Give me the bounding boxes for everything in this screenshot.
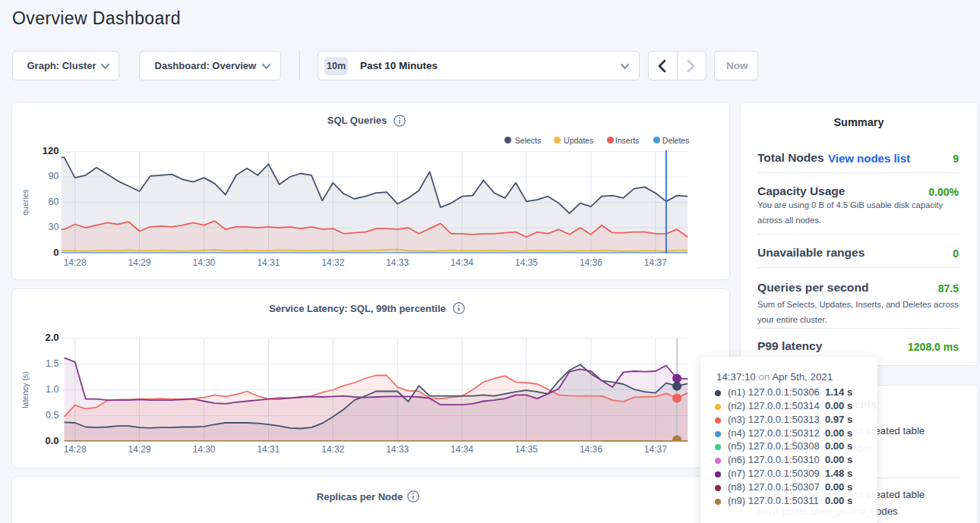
svg-text:14:29: 14:29 [128,257,151,267]
svg-text:0.0: 0.0 [45,435,58,446]
svg-text:14:33: 14:33 [386,444,409,455]
svg-text:14:28: 14:28 [64,257,87,267]
svg-text:14:28: 14:28 [64,444,87,455]
svg-text:queries: queries [21,189,30,215]
svg-text:14:35: 14:35 [515,444,538,455]
svg-text:30: 30 [49,222,59,232]
svg-text:60: 60 [49,196,59,206]
svg-text:14:33: 14:33 [386,257,409,267]
svg-text:14:36: 14:36 [580,257,602,267]
svg-text:1.0: 1.0 [46,384,58,395]
svg-text:0: 0 [53,246,58,257]
svg-text:1.5: 1.5 [46,358,58,369]
svg-text:2.0: 2.0 [45,332,58,343]
svg-text:14:36: 14:36 [580,444,602,455]
svg-text:14:29: 14:29 [128,444,151,455]
svg-text:14:31: 14:31 [257,257,280,267]
svg-text:120: 120 [43,144,59,156]
svg-text:14:30: 14:30 [192,257,215,267]
svg-text:0.5: 0.5 [46,410,58,421]
svg-text:latency (s): latency (s) [21,371,30,408]
svg-text:14:34: 14:34 [450,257,473,267]
svg-text:14:34: 14:34 [450,444,473,455]
svg-text:14:32: 14:32 [321,257,344,267]
svg-text:14:31: 14:31 [257,444,280,455]
svg-text:14:37: 14:37 [644,257,667,267]
svg-text:14:32: 14:32 [321,444,344,455]
svg-text:14:30: 14:30 [192,444,215,455]
svg-text:14:37: 14:37 [644,444,667,455]
svg-text:14:35: 14:35 [515,257,538,267]
svg-text:90: 90 [49,171,59,181]
